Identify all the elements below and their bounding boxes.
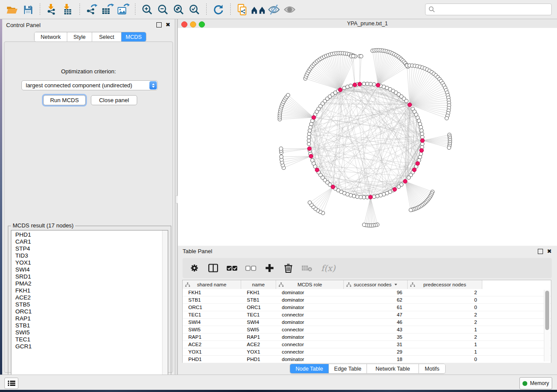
mcds-result-list[interactable]: PHD1CAR1STP4TID3YOX1SWI4SRD1PMA2FKH1ACE2… xyxy=(11,230,168,386)
status-menu-button[interactable] xyxy=(4,378,18,389)
select-all-icon[interactable] xyxy=(226,262,238,274)
export-image-icon[interactable] xyxy=(116,3,130,17)
close-panel-icon[interactable]: ✖ xyxy=(547,249,552,254)
float-panel-icon[interactable] xyxy=(538,249,543,254)
first-neighbors-icon[interactable] xyxy=(251,3,265,17)
function-builder-icon[interactable]: f(x) xyxy=(321,263,336,273)
hide-selected-icon[interactable] xyxy=(267,3,281,17)
table-cell: SWI5 xyxy=(183,326,241,333)
show-panel-columns-icon[interactable] xyxy=(208,262,219,274)
column-header-predecessor-nodes[interactable]: predecessor nodes xyxy=(408,280,482,289)
tab-mcds[interactable]: MCDS xyxy=(121,32,146,41)
table-cell: 96 xyxy=(344,289,408,296)
mcds-result-item[interactable]: PHD1 xyxy=(15,231,163,238)
mcds-result-item[interactable]: SWI5 xyxy=(15,329,163,336)
mcds-result-item[interactable]: STB1 xyxy=(15,322,163,329)
zoom-out-icon[interactable] xyxy=(156,3,170,17)
open-file-icon[interactable] xyxy=(5,3,19,17)
mcds-list-scrollbar[interactable] xyxy=(162,230,168,385)
column-header-name[interactable]: name xyxy=(241,280,276,289)
column-header-mcds-role[interactable]: MCDS role xyxy=(276,280,344,289)
mcds-result-item[interactable]: ORC1 xyxy=(15,308,163,315)
mcds-result-item[interactable]: TEC1 xyxy=(15,336,163,343)
table-row[interactable]: SWI5SWI5connector431 xyxy=(183,326,551,334)
tab-network[interactable]: Network xyxy=(35,32,67,41)
tab-node-table[interactable]: Node Table xyxy=(290,364,329,373)
mcds-result-item[interactable]: GCR1 xyxy=(15,343,163,350)
import-network-icon[interactable] xyxy=(45,3,59,17)
table-cell: TEC1 xyxy=(183,311,241,318)
search-box[interactable] xyxy=(425,3,552,15)
table-row[interactable]: ORC1ORC1dominator610 xyxy=(183,304,551,311)
table-cell: connector xyxy=(276,311,344,318)
mcds-result-item[interactable]: STP4 xyxy=(15,245,163,252)
float-panel-icon[interactable] xyxy=(156,22,162,28)
mcds-result-item[interactable]: TID3 xyxy=(15,252,163,259)
clone-network-icon[interactable] xyxy=(235,3,249,17)
list-icon xyxy=(8,380,15,386)
table-cell: 62 xyxy=(344,296,408,303)
mcds-result-item[interactable]: STB5 xyxy=(15,301,163,308)
export-network-icon[interactable] xyxy=(85,3,99,17)
apply-layout-icon[interactable] xyxy=(211,3,225,17)
tab-network-table[interactable]: Network Table xyxy=(367,364,419,373)
column-settings-icon[interactable] xyxy=(189,262,200,274)
run-mcds-button[interactable]: Run MCDS xyxy=(43,95,86,105)
add-column-icon[interactable] xyxy=(264,262,275,274)
show-hidden-icon[interactable] xyxy=(283,3,297,17)
mcds-result-item[interactable]: YOX1 xyxy=(15,259,163,266)
column-header-successor-nodes[interactable]: successor nodes xyxy=(344,280,408,289)
mcds-result-item[interactable]: CAR1 xyxy=(15,238,163,245)
mcds-result-item[interactable]: SWI4 xyxy=(15,266,163,273)
delete-column-icon[interactable] xyxy=(283,262,294,274)
column-header-shared-name[interactable]: shared name xyxy=(183,280,241,289)
mcds-result-item[interactable]: PMA2 xyxy=(15,280,163,287)
panel-divider[interactable] xyxy=(175,19,178,375)
close-panel-button[interactable]: Close panel xyxy=(91,95,137,105)
network-window-titlebar[interactable]: YPA_prune.txt_1 xyxy=(178,20,557,28)
tab-edge-table[interactable]: Edge Table xyxy=(329,364,367,373)
save-session-icon[interactable] xyxy=(21,3,35,17)
memory-button[interactable]: Memory xyxy=(519,377,552,389)
toolbar-separator xyxy=(40,3,40,16)
table-row[interactable]: TEC1TEC1connector472 xyxy=(183,311,551,319)
table-scrollbar-thumb[interactable] xyxy=(545,291,549,330)
tab-select[interactable]: Select xyxy=(92,32,121,41)
control-panel-tabs: NetworkStyleSelectMCDS xyxy=(34,32,146,42)
mcds-result-item[interactable]: RAP1 xyxy=(15,315,163,322)
delete-table-icon[interactable] xyxy=(301,262,313,274)
toolbar-separator xyxy=(230,3,231,16)
table-row[interactable]: FKH1FKH1dominator962 xyxy=(183,289,551,296)
search-input[interactable] xyxy=(437,4,551,14)
table-panel: Table Panel ✖ xyxy=(178,246,557,375)
tab-motifs[interactable]: Motifs xyxy=(419,364,445,373)
table-cell: dominator xyxy=(276,304,344,311)
table-row[interactable]: RAP1RAP1dominator352 xyxy=(183,334,551,341)
toolbar-separator xyxy=(135,3,135,16)
import-table-icon[interactable] xyxy=(61,3,75,17)
network-canvas[interactable] xyxy=(178,28,557,246)
table-row[interactable]: SWI4SWI4dominator462 xyxy=(183,319,551,326)
tab-style[interactable]: Style xyxy=(67,32,92,41)
zoom-fit-icon[interactable] xyxy=(172,3,186,17)
deselect-all-icon[interactable] xyxy=(245,262,256,274)
optimization-criterion-select[interactable]: largest connected component (undirected) xyxy=(21,80,158,90)
zoom-selected-icon[interactable] xyxy=(187,3,201,17)
table-cell: RAP1 xyxy=(241,334,276,340)
table-row[interactable]: YOX1YOX1connector291 xyxy=(183,348,551,356)
mcds-result-item[interactable]: SRD1 xyxy=(15,273,163,280)
table-row[interactable]: PHD1PHD1dominator180 xyxy=(183,356,551,363)
mcds-result-item[interactable]: FKH1 xyxy=(15,287,163,294)
table-row[interactable]: ACE2ACE2connector311 xyxy=(183,341,551,348)
table-cell: PHD1 xyxy=(183,356,241,363)
zoom-in-icon[interactable] xyxy=(140,3,154,17)
mcds-result-item[interactable]: ACE2 xyxy=(15,294,163,301)
export-table-icon[interactable] xyxy=(100,3,114,17)
table-cell: SWI4 xyxy=(183,319,241,326)
table-scrollbar[interactable] xyxy=(544,290,550,361)
close-panel-icon[interactable]: ✖ xyxy=(166,23,170,27)
status-bar: Memory xyxy=(0,375,557,390)
mcds-tab-content: Optimization criterion: largest connecte… xyxy=(4,41,173,373)
table-row[interactable]: STB1STB1dominator620 xyxy=(183,296,551,304)
sort-chevron-icon[interactable] xyxy=(394,284,397,285)
